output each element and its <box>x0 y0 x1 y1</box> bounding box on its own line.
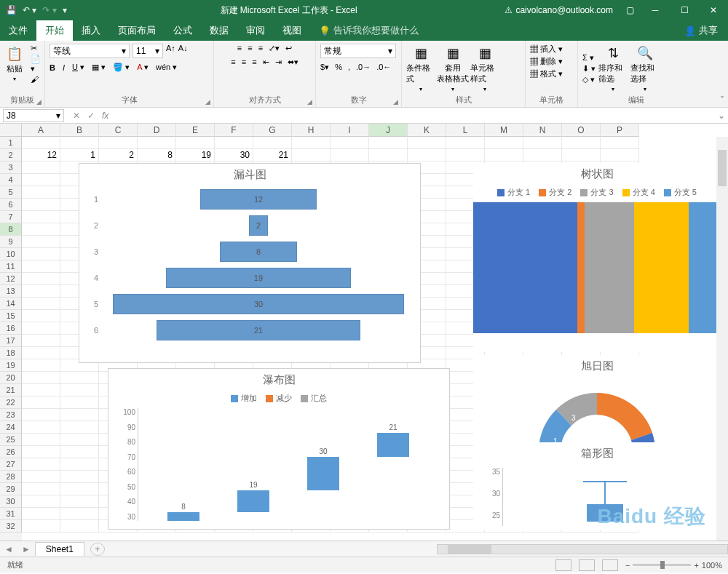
col-header[interactable]: E <box>176 124 215 137</box>
tab-pagelayout[interactable]: 页面布局 <box>109 20 165 41</box>
cut-icon[interactable]: ✂ <box>31 44 44 53</box>
cell[interactable]: 19 <box>176 149 215 162</box>
orientation-icon[interactable]: ⤢▾ <box>269 44 280 53</box>
cell[interactable] <box>523 149 562 162</box>
row-header[interactable]: 21 <box>0 384 22 396</box>
sort-filter-button[interactable]: ⇅排序和筛选▾ <box>598 45 628 92</box>
row-header[interactable]: 17 <box>0 335 22 347</box>
cell[interactable]: 30 <box>215 149 253 162</box>
tab-view[interactable]: 视图 <box>274 20 310 41</box>
dialog-launcher-icon[interactable]: ◢ <box>36 98 41 105</box>
cell[interactable]: 21 <box>253 149 292 162</box>
col-header[interactable]: D <box>138 124 176 137</box>
formula-input[interactable] <box>114 109 715 122</box>
view-break-icon[interactable] <box>602 559 618 571</box>
row-header[interactable]: 15 <box>0 310 22 322</box>
ribbon-display-icon[interactable]: ▢ <box>619 5 641 15</box>
italic-button[interactable]: I <box>63 63 65 72</box>
cell-style-button[interactable]: ▦单元格样式▾ <box>470 45 499 92</box>
row-header[interactable]: 8 <box>0 223 22 236</box>
cell[interactable] <box>601 149 639 162</box>
close-button[interactable]: ✕ <box>699 5 728 15</box>
chart-waterfall[interactable]: 瀑布图 增加 减少 汇总 100908070605040308193021 <box>108 368 450 530</box>
indent-inc-icon[interactable]: ⇥ <box>275 57 282 67</box>
zoom-level[interactable]: 100% <box>702 561 722 570</box>
copy-icon[interactable]: 📄▾ <box>31 55 44 73</box>
row-header[interactable]: 30 <box>0 495 22 508</box>
qat-customize-icon[interactable]: ▾ <box>63 5 67 15</box>
align-left-icon[interactable]: ≡ <box>231 57 235 67</box>
row-header[interactable]: 12 <box>0 273 22 285</box>
row-header[interactable]: 23 <box>0 409 22 421</box>
enter-icon[interactable]: ✓ <box>87 111 95 121</box>
row-header[interactable]: 28 <box>0 471 22 483</box>
cell[interactable]: 12 <box>22 149 60 162</box>
tab-file[interactable]: 文件 <box>0 20 36 41</box>
save-icon[interactable]: 💾 <box>6 5 17 15</box>
comma-icon[interactable]: , <box>348 63 350 72</box>
find-select-button[interactable]: 🔍查找和选择▾ <box>630 45 660 92</box>
shrink-font-icon[interactable]: A↓ <box>178 44 188 58</box>
cond-format-button[interactable]: ▦条件格式▾ <box>406 45 435 92</box>
row-header[interactable]: 10 <box>0 248 22 260</box>
merge-center-icon[interactable]: ⬌▾ <box>288 57 298 67</box>
tab-nav-prev-icon[interactable]: ◄ <box>0 544 17 554</box>
col-header[interactable]: I <box>331 124 369 137</box>
add-sheet-button[interactable]: + <box>90 543 105 556</box>
sheet-tab[interactable]: Sheet1 <box>35 542 84 556</box>
grow-font-icon[interactable]: A↑ <box>166 44 175 58</box>
table-format-button[interactable]: ▦套用 表格格式▾ <box>438 45 467 92</box>
row-header[interactable]: 2 <box>0 149 22 162</box>
col-header[interactable]: A <box>22 124 60 137</box>
tell-me[interactable]: 💡 告诉我你想要做什么 <box>310 20 427 41</box>
zoom-slider[interactable] <box>633 564 691 566</box>
phonetic-button[interactable]: wén ▾ <box>156 63 177 72</box>
row-header[interactable]: 9 <box>0 236 22 248</box>
col-header[interactable]: G <box>253 124 292 137</box>
share-button[interactable]: 👤共享 <box>674 20 728 41</box>
row-header[interactable]: 7 <box>0 211 22 223</box>
wrap-text-icon[interactable]: ↩ <box>285 44 292 53</box>
number-format-combo[interactable]: 常规▾ <box>320 44 396 58</box>
row-header[interactable]: 27 <box>0 458 22 471</box>
view-normal-icon[interactable] <box>555 559 571 571</box>
vertical-scrollbar[interactable] <box>716 137 728 541</box>
cell[interactable]: 1 <box>60 149 99 162</box>
row-header[interactable]: 25 <box>0 434 22 446</box>
row-header[interactable]: 29 <box>0 483 22 495</box>
cell[interactable] <box>562 149 601 162</box>
cell[interactable] <box>369 149 408 162</box>
chart-boxplot[interactable]: 箱形图 35 30 25 <box>473 442 721 530</box>
col-header[interactable]: H <box>292 124 331 137</box>
maximize-button[interactable]: ☐ <box>670 5 699 15</box>
col-header[interactable]: K <box>408 124 446 137</box>
col-header[interactable]: J <box>369 124 408 137</box>
clear-icon[interactable]: ◇ ▾ <box>582 75 596 84</box>
paste-button[interactable]: 📋粘贴▾ <box>1 44 28 84</box>
expand-formula-icon[interactable]: ⌄ <box>715 111 728 121</box>
tab-nav-next-icon[interactable]: ► <box>17 544 35 554</box>
undo-icon[interactable]: ↶ ▾ <box>23 5 36 15</box>
view-layout-icon[interactable] <box>579 559 595 571</box>
col-header[interactable]: O <box>562 124 601 137</box>
horizontal-scrollbar[interactable] <box>437 544 728 554</box>
row-header[interactable]: 22 <box>0 396 22 409</box>
cell[interactable]: 8 <box>138 149 176 162</box>
col-header[interactable]: M <box>485 124 523 137</box>
font-size-combo[interactable]: 11▾ <box>132 44 163 58</box>
select-all-corner[interactable] <box>0 124 22 137</box>
tab-insert[interactable]: 插入 <box>73 20 109 41</box>
format-cells-button[interactable]: ▦ 格式 ▾ <box>530 68 563 79</box>
font-name-combo[interactable]: 等线▾ <box>50 44 130 58</box>
font-color-button[interactable]: A ▾ <box>137 63 149 72</box>
redo-icon[interactable]: ↷ ▾ <box>42 5 56 15</box>
tab-data[interactable]: 数据 <box>201 20 237 41</box>
cell[interactable] <box>485 149 523 162</box>
currency-icon[interactable]: $▾ <box>320 63 329 72</box>
row-header[interactable]: 16 <box>0 322 22 335</box>
row-header[interactable]: 14 <box>0 298 22 310</box>
account-area[interactable]: ⚠ caivolcano@outlook.com <box>505 5 613 15</box>
zoom-out-icon[interactable]: − <box>625 561 630 570</box>
col-header[interactable]: B <box>60 124 99 137</box>
delete-cells-button[interactable]: ▦ 删除 ▾ <box>530 56 563 67</box>
